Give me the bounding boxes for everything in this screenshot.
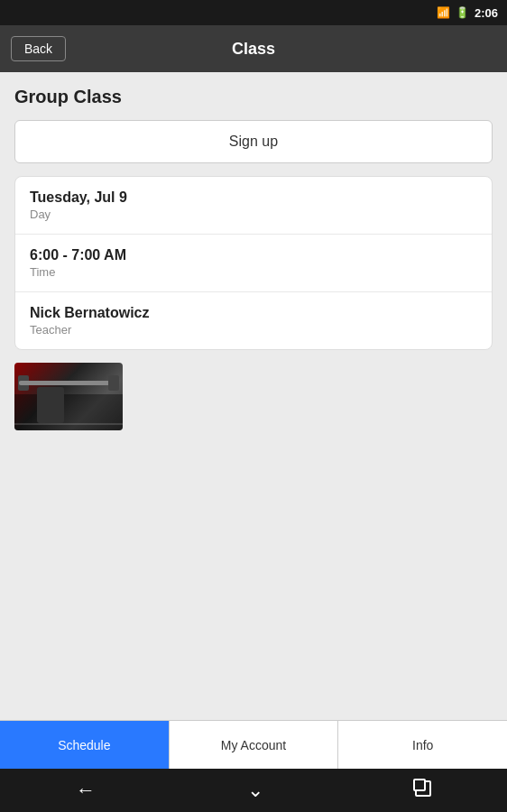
class-image (14, 363, 123, 430)
time-row: 6:00 - 7:00 AM Time (15, 235, 492, 292)
floor-line (14, 423, 123, 425)
barbell (19, 381, 118, 385)
battery-icon: 🔋 (456, 6, 469, 19)
back-button[interactable]: Back (11, 36, 66, 61)
teacher-row: Nick Bernatowicz Teacher (15, 292, 492, 349)
status-time: 2:06 (475, 6, 498, 20)
nav-home-button[interactable]: ⌄ (229, 771, 281, 809)
title-bar: Back Class (0, 25, 507, 72)
teacher-label: Teacher (30, 323, 477, 337)
gym-figure (37, 387, 64, 423)
teacher-value: Nick Bernatowicz (30, 305, 477, 321)
back-arrow-icon: ← (76, 779, 96, 801)
time-value: 6:00 - 7:00 AM (30, 247, 477, 263)
class-info-card: Tuesday, Jul 9 Day 6:00 - 7:00 AM Time N… (14, 176, 493, 350)
tab-my-account[interactable]: My Account (170, 721, 339, 769)
main-content: Group Class Sign up Tuesday, Jul 9 Day 6… (0, 72, 507, 720)
tab-bar: Schedule My Account Info (0, 720, 507, 769)
tab-schedule[interactable]: Schedule (0, 721, 170, 769)
status-icons: 📶 🔋 2:06 (437, 6, 498, 20)
day-label: Day (30, 208, 477, 221)
wifi-icon: 📶 (437, 6, 450, 19)
home-icon: ⌄ (247, 779, 263, 801)
group-class-title: Group Class (14, 87, 493, 107)
page-title: Class (232, 40, 275, 59)
signup-button[interactable]: Sign up (14, 120, 493, 163)
weight-right (108, 375, 119, 391)
time-label: Time (30, 265, 477, 279)
nav-recent-button[interactable] (397, 773, 449, 808)
recent-apps-icon (415, 780, 431, 797)
status-bar: 📶 🔋 2:06 (0, 0, 507, 25)
day-row: Tuesday, Jul 9 Day (15, 177, 492, 235)
tab-info[interactable]: Info (338, 721, 507, 769)
nav-bar: ← ⌄ (0, 769, 507, 812)
nav-back-button[interactable]: ← (58, 771, 114, 809)
day-value: Tuesday, Jul 9 (30, 189, 477, 206)
gym-image-placeholder (14, 363, 123, 430)
